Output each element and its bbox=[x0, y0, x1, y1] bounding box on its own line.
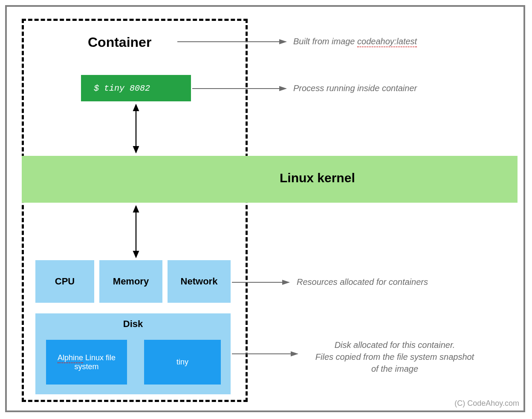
resource-cpu-label: CPU bbox=[55, 276, 75, 287]
disk-filesystem-label: Alphine Linux filesystem bbox=[58, 353, 116, 371]
outer-frame: Container $ tiny 8082 Linux kernel CPU M… bbox=[5, 5, 525, 412]
annotation-container-image: codeahoy:latest bbox=[357, 37, 417, 47]
resource-network-label: Network bbox=[181, 276, 218, 287]
annotation-container-prefix: Built from image bbox=[293, 37, 357, 46]
annotation-disk-line3: of the image bbox=[371, 364, 418, 373]
process-box: $ tiny 8082 bbox=[81, 75, 191, 101]
diagram-canvas: Container $ tiny 8082 Linux kernel CPU M… bbox=[7, 7, 523, 410]
resource-cpu: CPU bbox=[35, 260, 94, 303]
annotation-process: Process running inside container bbox=[293, 83, 417, 93]
resource-network: Network bbox=[168, 260, 231, 303]
resource-memory: Memory bbox=[99, 260, 162, 303]
kernel-band bbox=[22, 156, 518, 203]
annotation-container: Built from image codeahoy:latest bbox=[293, 37, 417, 46]
attribution: (C) CodeAhoy.com bbox=[454, 399, 519, 408]
annotation-disk: Disk allocated for this container. Files… bbox=[301, 339, 489, 375]
disk-label: Disk bbox=[35, 319, 231, 330]
disk-filesystem: Alphine Linux filesystem bbox=[46, 340, 127, 385]
disk-box: Disk Alphine Linux filesystem tiny bbox=[35, 313, 231, 394]
container-title: Container bbox=[88, 34, 151, 50]
kernel-label: Linux kernel bbox=[280, 171, 355, 185]
annotation-resources: Resources allocated for containers bbox=[297, 277, 428, 287]
annotation-disk-line2: Files copied from the file system snapsh… bbox=[315, 352, 474, 362]
disk-filesystem-word: Alphine bbox=[58, 353, 83, 363]
disk-app: tiny bbox=[144, 340, 221, 385]
process-command: $ tiny 8082 bbox=[94, 83, 150, 93]
resource-memory-label: Memory bbox=[113, 276, 149, 287]
disk-app-label: tiny bbox=[176, 358, 188, 367]
annotation-disk-line1: Disk allocated for this container. bbox=[335, 340, 455, 350]
